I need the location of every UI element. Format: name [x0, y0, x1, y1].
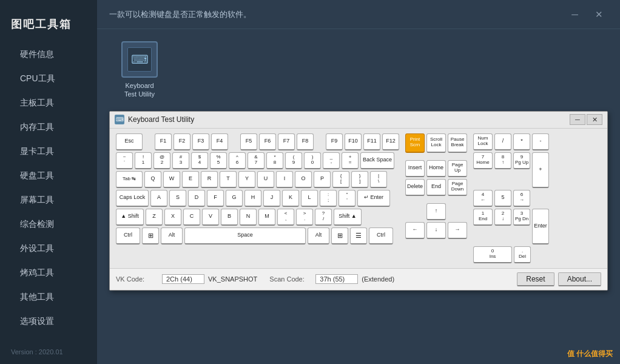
- key-slash[interactable]: ?/: [315, 209, 332, 226]
- key-numpad-plus[interactable]: +: [532, 152, 549, 188]
- key-f[interactable]: F: [207, 190, 224, 207]
- key-ralt[interactable]: Alt: [308, 228, 329, 244]
- key-f12[interactable]: F12: [382, 133, 399, 150]
- key-enter[interactable]: ↵ Enter: [357, 190, 390, 207]
- key-w[interactable]: W: [163, 171, 180, 188]
- key-h[interactable]: H: [244, 190, 261, 207]
- about-button[interactable]: About...: [558, 272, 601, 286]
- key-f2[interactable]: F2: [174, 133, 190, 150]
- key-y[interactable]: Y: [238, 171, 255, 188]
- sidebar-item-stress[interactable]: 烤鸡工具: [0, 261, 97, 285]
- key-backslash[interactable]: |\: [370, 171, 387, 188]
- key-f9[interactable]: F9: [326, 133, 343, 150]
- key-7[interactable]: &7: [248, 152, 265, 169]
- key-n[interactable]: N: [240, 209, 257, 226]
- key-c[interactable]: C: [183, 209, 200, 226]
- key-comma[interactable]: <,: [277, 209, 294, 226]
- sidebar-item-other[interactable]: 其他工具: [0, 285, 97, 309]
- key-numpad-star[interactable]: *: [513, 133, 530, 150]
- key-a[interactable]: A: [150, 190, 167, 207]
- key-capslock[interactable]: Caps Lock: [116, 190, 149, 207]
- key-period[interactable]: >.: [296, 209, 313, 226]
- key-rbracket[interactable]: }]: [351, 171, 368, 188]
- key-4[interactable]: $4: [191, 152, 208, 169]
- key-quote[interactable]: "': [339, 190, 355, 207]
- key-lalt[interactable]: Alt: [161, 228, 183, 244]
- key-lbracket[interactable]: {[: [332, 171, 349, 188]
- key-num0[interactable]: 0Ins: [473, 246, 512, 263]
- key-printscreen[interactable]: PrintScrn: [405, 133, 425, 153]
- key-pageup[interactable]: PageUp: [448, 160, 467, 177]
- sidebar-item-settings[interactable]: 选项设置: [0, 309, 97, 334]
- key-num5[interactable]: 5: [494, 190, 511, 207]
- minimize-button[interactable]: ─: [567, 8, 583, 21]
- key-right[interactable]: →: [448, 222, 467, 239]
- sidebar-item-motherboard[interactable]: 主板工具: [0, 91, 97, 115]
- key-insert[interactable]: Insert: [405, 160, 425, 177]
- key-numpad-minus[interactable]: -: [532, 133, 549, 150]
- key-i[interactable]: I: [276, 171, 293, 188]
- key-num3[interactable]: 3Pg Dn: [513, 209, 530, 226]
- key-lctrl[interactable]: Ctrl: [116, 228, 140, 244]
- key-esc[interactable]: Esc: [116, 133, 143, 150]
- key-scrolllock[interactable]: ScrollLock: [426, 133, 446, 153]
- reset-button[interactable]: Reset: [517, 272, 554, 286]
- key-rctrl[interactable]: Ctrl: [369, 228, 393, 244]
- key-6[interactable]: ^6: [229, 152, 246, 169]
- key-down[interactable]: ↓: [426, 222, 446, 239]
- key-num8[interactable]: 8↑: [494, 152, 511, 169]
- key-f8[interactable]: F8: [297, 133, 314, 150]
- key-j[interactable]: J: [263, 190, 280, 207]
- key-u[interactable]: U: [257, 171, 274, 188]
- key-backtick[interactable]: ~`: [116, 152, 133, 169]
- key-pagedown[interactable]: PageDown: [448, 179, 467, 196]
- key-lwin[interactable]: ⊞: [142, 228, 159, 244]
- key-tab[interactable]: Tab ↹: [116, 171, 143, 188]
- close-button[interactable]: ✕: [590, 8, 608, 21]
- key-f10[interactable]: F10: [345, 133, 362, 150]
- key-0[interactable]: )0: [304, 152, 321, 169]
- key-1[interactable]: !1: [135, 152, 152, 169]
- key-x[interactable]: X: [164, 209, 181, 226]
- key-equals[interactable]: +=: [342, 152, 359, 169]
- key-9[interactable]: (9: [285, 152, 302, 169]
- key-v[interactable]: V: [202, 209, 219, 226]
- key-f4[interactable]: F4: [211, 133, 228, 150]
- key-f5[interactable]: F5: [240, 133, 257, 150]
- key-s[interactable]: S: [169, 190, 186, 207]
- sidebar-item-diagnostics[interactable]: 综合检测: [0, 212, 97, 237]
- key-f11[interactable]: F11: [363, 133, 380, 150]
- key-l[interactable]: L: [301, 190, 318, 207]
- key-space[interactable]: Space: [184, 228, 306, 244]
- sidebar-item-screen[interactable]: 屏幕工具: [0, 188, 97, 212]
- key-8[interactable]: *8: [266, 152, 283, 169]
- key-left[interactable]: ←: [405, 222, 425, 239]
- key-num2[interactable]: 2↓: [494, 209, 511, 226]
- sidebar-item-memory[interactable]: 内存工具: [0, 115, 97, 140]
- key-backspace[interactable]: Back Space: [360, 152, 394, 169]
- ktu-minimize-button[interactable]: ─: [570, 114, 585, 125]
- key-f1[interactable]: F1: [155, 133, 172, 150]
- key-z[interactable]: Z: [146, 209, 163, 226]
- key-numlock[interactable]: NumLock: [473, 133, 493, 150]
- key-rwin[interactable]: ⊞: [331, 228, 348, 244]
- key-numpad-enter[interactable]: Enter: [532, 209, 549, 244]
- key-numdel[interactable]: .Del: [514, 246, 531, 263]
- key-home[interactable]: Home: [426, 160, 446, 177]
- key-delete[interactable]: Delete: [405, 179, 425, 196]
- sidebar-item-hardware[interactable]: 硬件信息: [0, 42, 97, 67]
- key-2[interactable]: @2: [153, 152, 170, 169]
- key-b[interactable]: B: [221, 209, 238, 226]
- key-k[interactable]: K: [282, 190, 299, 207]
- key-o[interactable]: O: [295, 171, 312, 188]
- key-rshift[interactable]: Shift ▲: [334, 209, 362, 226]
- key-5[interactable]: %5: [210, 152, 227, 169]
- key-num6[interactable]: 6→: [513, 190, 530, 207]
- key-f6[interactable]: F6: [259, 133, 276, 150]
- sidebar-item-peripheral[interactable]: 外设工具: [0, 237, 97, 261]
- sidebar-item-cpu[interactable]: CPU工具: [0, 67, 97, 91]
- key-f3[interactable]: F3: [192, 133, 209, 150]
- key-lshift[interactable]: ▲ Shift: [116, 209, 144, 226]
- key-num7[interactable]: 7Home: [473, 152, 493, 169]
- key-r[interactable]: R: [201, 171, 218, 188]
